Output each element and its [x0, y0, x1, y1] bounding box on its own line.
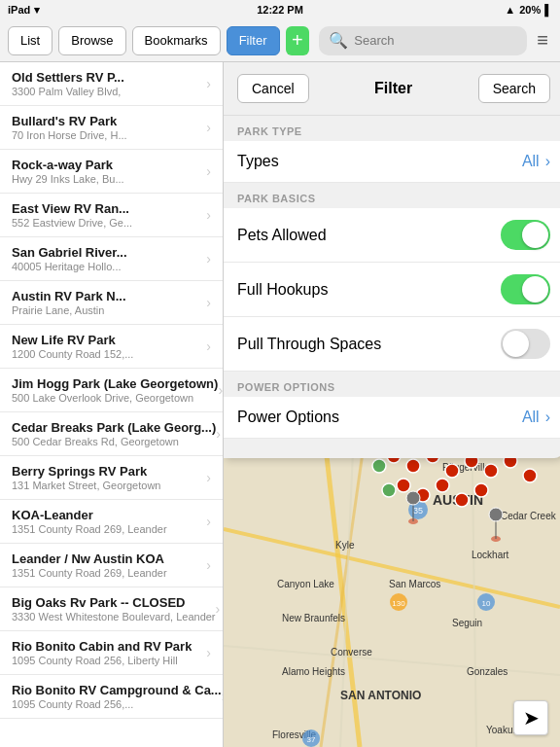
- list-item-name: KOA-Leander: [12, 508, 167, 522]
- list-item-name: Austin RV Park N...: [12, 289, 126, 303]
- list-item-name: Cedar Breaks Park (Lake Georg...): [12, 420, 216, 435]
- svg-point-69: [523, 469, 537, 482]
- list-item[interactable]: Rock-a-way Park Hwy 29 Inks Lake, Bu... …: [0, 150, 223, 194]
- svg-text:130: 130: [392, 599, 405, 608]
- list-item[interactable]: Big Oaks Rv Park -- CLOSED 3330 West Whi…: [0, 587, 223, 631]
- list-item-address: 70 Iron Horse Drive, H...: [12, 129, 127, 141]
- wifi-icon: ▾: [34, 4, 40, 17]
- list-item-name: Leander / Nw Austin KOA: [12, 551, 167, 566]
- pets-allowed-row[interactable]: Pets Allowed: [224, 208, 560, 263]
- full-hookups-row[interactable]: Full Hookups: [224, 263, 560, 317]
- list-item[interactable]: Bullard's RV Park 70 Iron Horse Drive, H…: [0, 106, 223, 150]
- status-right: ▲ 20% ▌: [505, 4, 552, 16]
- list-item-chevron-icon: ›: [206, 645, 211, 660]
- svg-point-73: [455, 493, 469, 507]
- svg-text:Seguin: Seguin: [452, 618, 482, 628]
- power-options-header: POWER OPTIONS: [224, 372, 560, 397]
- list-item[interactable]: Rio Bonito RV Campground & Ca... 1095 Co…: [0, 675, 223, 719]
- svg-text:Alamo Heights: Alamo Heights: [282, 666, 345, 677]
- svg-text:Canyon Lake: Canyon Lake: [277, 579, 334, 589]
- list-item-chevron-icon: ›: [206, 470, 211, 485]
- pull-through-toggle[interactable]: [501, 329, 550, 359]
- toggle-knob-2: [522, 276, 548, 302]
- add-button[interactable]: +: [286, 26, 310, 55]
- map-area: Hillsboro Robinson Waco Gatesville Hewit…: [224, 62, 560, 747]
- park-basics-header: PARK BASICS: [224, 183, 560, 208]
- list-item-name: Berry Springs RV Park: [12, 464, 160, 479]
- list-item-chevron-icon: ›: [206, 338, 211, 354]
- nav-bar: List Browse Bookmarks Filter + 🔍 ≡: [0, 19, 560, 62]
- list-item-address: 1095 County Road 256, Liberty Hill: [12, 655, 192, 666]
- pets-allowed-label: Pets Allowed: [237, 227, 327, 244]
- list-item[interactable]: New Life RV Park 1200 County Road 152,..…: [0, 325, 223, 369]
- list-item-name: Bullard's RV Park: [12, 114, 127, 128]
- list-item[interactable]: San Gabriel River... 40005 Heritage Holl…: [0, 237, 223, 281]
- svg-text:Cedar Creek: Cedar Creek: [501, 511, 557, 521]
- list-item-address: 500 Cedar Breaks Rd, Georgetown: [12, 436, 216, 447]
- filter-search-button[interactable]: Search: [478, 74, 550, 103]
- list-item-name: Rio Bonito Cabin and RV Park: [12, 639, 192, 654]
- filter-title: Filter: [374, 80, 412, 97]
- svg-point-82: [406, 491, 420, 505]
- power-options-value: All: [522, 409, 540, 426]
- list-item-name: New Life RV Park: [12, 333, 133, 347]
- location-button[interactable]: ➤: [513, 700, 548, 735]
- list-item[interactable]: KOA-Leander 1351 County Road 269, Leande…: [0, 500, 223, 544]
- filter-header: Cancel Filter Search: [224, 62, 560, 116]
- list-item-chevron-icon: ›: [218, 382, 223, 398]
- main-content: Old Settlers RV P... 3300 Palm Valley Bl…: [0, 62, 560, 747]
- search-input[interactable]: [354, 33, 517, 48]
- full-hookups-toggle[interactable]: [501, 274, 550, 304]
- list-item[interactable]: Rio Bonito Cabin and RV Park 1095 County…: [0, 631, 223, 675]
- types-label: Types: [237, 153, 279, 170]
- list-item[interactable]: Leander / Nw Austin KOA 1351 County Road…: [0, 544, 223, 587]
- list-item-name: East View RV Ran...: [12, 201, 132, 216]
- tab-list[interactable]: List: [8, 26, 52, 55]
- svg-point-72: [436, 479, 449, 492]
- power-options-row[interactable]: Power Options All ›: [224, 397, 560, 439]
- filter-panel: Cancel Filter Search PARK TYPE Types All…: [224, 62, 560, 458]
- menu-button[interactable]: ≡: [533, 25, 552, 55]
- list-item-address: 3330 West Whitestone Boulevard, Leander: [12, 611, 216, 622]
- battery-icon: ▌: [544, 4, 552, 16]
- types-value: All: [522, 153, 540, 170]
- list-item-address: Hwy 29 Inks Lake, Bu...: [12, 173, 124, 185]
- list-item-chevron-icon: ›: [206, 76, 211, 91]
- list-item-name: Big Oaks Rv Park -- CLOSED: [12, 595, 216, 610]
- svg-text:35: 35: [413, 506, 423, 516]
- svg-text:10: 10: [482, 599, 491, 608]
- svg-text:SAN ANTONIO: SAN ANTONIO: [340, 689, 421, 702]
- svg-point-63: [406, 459, 420, 473]
- tab-bookmarks[interactable]: Bookmarks: [132, 26, 221, 55]
- types-row[interactable]: Types All ›: [224, 141, 560, 183]
- svg-point-70: [397, 479, 410, 492]
- list-item[interactable]: East View RV Ran... 552 Eastview Drive, …: [0, 194, 223, 237]
- tab-browse[interactable]: Browse: [58, 26, 125, 55]
- cancel-button[interactable]: Cancel: [237, 74, 309, 103]
- list-item-address: Prairie Lane, Austin: [12, 304, 126, 316]
- list-item-chevron-icon: ›: [206, 514, 211, 529]
- list-item-address: 131 Market Street, Georgetown: [12, 480, 160, 491]
- toggle-knob: [522, 222, 548, 248]
- svg-text:Lockhart: Lockhart: [472, 550, 509, 560]
- pets-allowed-toggle[interactable]: [501, 220, 550, 250]
- tab-filter[interactable]: Filter: [227, 26, 280, 55]
- list-item[interactable]: Austin RV Park N... Prairie Lane, Austin…: [0, 281, 223, 325]
- list-item-chevron-icon: ›: [206, 295, 211, 310]
- list-item-chevron-icon: ›: [222, 689, 224, 704]
- list-item[interactable]: Old Settlers RV P... 3300 Palm Valley Bl…: [0, 62, 223, 106]
- svg-text:Gonzales: Gonzales: [467, 666, 508, 677]
- list-item[interactable]: Berry Springs RV Park 131 Market Street,…: [0, 456, 223, 500]
- park-type-header: PARK TYPE: [224, 116, 560, 141]
- search-bar[interactable]: 🔍: [319, 26, 527, 55]
- toggle-knob-3: [503, 331, 529, 357]
- list-item-chevron-icon: ›: [206, 251, 211, 267]
- power-options-value-area: All ›: [522, 409, 550, 426]
- svg-point-74: [474, 483, 488, 497]
- svg-text:New Braunfels: New Braunfels: [282, 613, 345, 623]
- pull-through-row[interactable]: Pull Through Spaces: [224, 317, 560, 372]
- list-item-name: Old Settlers RV P...: [12, 70, 124, 85]
- full-hookups-label: Full Hookups: [237, 281, 328, 299]
- list-item[interactable]: Jim Hogg Park (Lake Georgetown) 500 Lake…: [0, 369, 223, 412]
- list-item[interactable]: Cedar Breaks Park (Lake Georg...) 500 Ce…: [0, 412, 223, 456]
